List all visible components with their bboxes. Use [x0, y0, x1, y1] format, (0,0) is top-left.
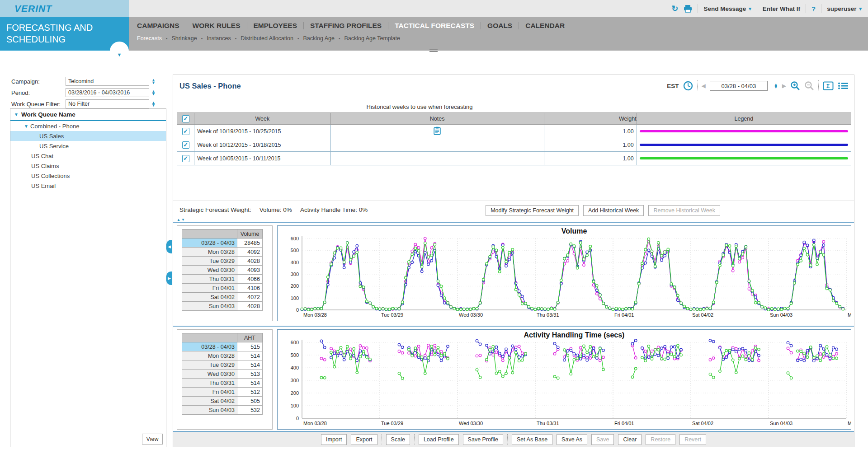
tree-item-us-collections[interactable]: US Collections — [10, 171, 166, 181]
note-icon[interactable] — [434, 126, 441, 135]
subnav-item-backlog-age-template[interactable]: Backlog Age Template — [344, 35, 400, 42]
mini-row-label[interactable]: Thu 03/31 — [182, 379, 237, 388]
column-header-legend: Legend — [637, 113, 851, 125]
expand-right-tab[interactable]: ▶ — [166, 271, 172, 285]
mini-row-value[interactable]: 514 — [237, 379, 263, 388]
nav-item-tactical-forecasts[interactable]: TACTICAL FORECASTS — [388, 22, 481, 30]
mini-row-label[interactable]: Mon 03/28 — [182, 248, 237, 257]
import-button[interactable]: Import — [321, 434, 347, 445]
nav-resize-handle[interactable] — [429, 49, 438, 52]
help-icon[interactable]: ? — [811, 5, 816, 13]
column-header-week: Week — [194, 113, 330, 125]
period-input[interactable] — [66, 88, 149, 97]
mini-row-value[interactable]: 4072 — [237, 293, 263, 302]
totals-sigma-icon[interactable]: Σ — [823, 81, 834, 90]
subnav-item-forecasts[interactable]: Forecasts — [137, 35, 162, 42]
enter-what-if-button[interactable]: Enter What If — [763, 5, 800, 12]
tree-item-us-email[interactable]: US Email — [10, 181, 166, 191]
mini-row-label[interactable]: 03/28 - 04/03 — [182, 342, 237, 351]
field-stepper[interactable]: ▲▼ — [151, 90, 156, 95]
set-as-base-button[interactable]: Set As Base — [512, 434, 552, 445]
row-checkbox[interactable]: ✓ — [182, 141, 189, 149]
splitter[interactable] — [173, 222, 854, 223]
print-icon[interactable] — [684, 5, 692, 13]
mini-row-label[interactable]: Sun 04/03 — [182, 406, 237, 415]
prev-week-arrow-icon[interactable]: ◀ — [702, 83, 706, 89]
sidebar-collapse-toggle[interactable]: ▼ — [110, 42, 129, 61]
select-all-checkbox[interactable]: ✓ — [182, 115, 189, 122]
nav-item-work-rules[interactable]: WORK RULES — [186, 22, 247, 30]
subnav-item-distributed-allocation[interactable]: Distributed Allocation — [241, 35, 293, 42]
nav-item-staffing-profiles[interactable]: STAFFING PROFILES — [304, 22, 388, 30]
subnav-item-instances[interactable]: Instances — [207, 35, 231, 42]
field-stepper[interactable]: ▲▼ — [151, 101, 156, 107]
tree-header[interactable]: ▼ Work Queue Name — [10, 109, 166, 121]
svg-text:500: 500 — [291, 248, 299, 253]
mini-row-label[interactable]: Thu 03/31 — [182, 275, 237, 284]
campaign-input[interactable] — [66, 77, 149, 86]
mini-row-label[interactable]: Wed 03/30 — [182, 370, 237, 379]
mini-row-value[interactable]: 505 — [237, 397, 263, 406]
refresh-icon[interactable]: ↻ — [671, 4, 678, 14]
mini-row-value[interactable]: 514 — [237, 360, 263, 370]
mini-row-label[interactable]: Sat 04/02 — [182, 293, 237, 302]
nav-item-employees[interactable]: EMPLOYEES — [247, 22, 303, 30]
collapse-left-tab[interactable]: ◀ — [166, 240, 172, 253]
list-view-icon[interactable] — [838, 82, 849, 90]
mini-row-label[interactable]: Mon 03/28 — [182, 351, 237, 360]
row-checkbox[interactable]: ✓ — [182, 128, 189, 135]
mini-row-value[interactable]: 28485 — [237, 239, 263, 248]
save-profile-button[interactable]: Save Profile — [463, 434, 503, 445]
zoom-in-icon[interactable] — [790, 81, 800, 91]
user-menu[interactable]: superuser ▾ — [827, 5, 862, 12]
mini-row-label[interactable]: Wed 03/30 — [182, 266, 237, 275]
mini-row-label[interactable]: 03/28 - 04/03 — [182, 239, 237, 248]
nav-item-calendar[interactable]: CALENDAR — [519, 22, 571, 30]
subnav-item-backlog-age[interactable]: Backlog Age — [303, 35, 335, 42]
tree-item-us-sales[interactable]: US Sales — [10, 131, 166, 141]
mini-row-value[interactable]: 512 — [237, 388, 263, 397]
date-range-stepper[interactable]: ▲▼ — [774, 83, 778, 89]
add-historical-week-button[interactable]: Add Historical Week — [583, 205, 644, 216]
field-stepper[interactable]: ▲▼ — [151, 79, 156, 84]
tree-item-us-service[interactable]: US Service — [10, 141, 166, 151]
scale-button[interactable]: Scale — [386, 434, 410, 445]
mini-row-label[interactable]: Sun 04/03 — [182, 302, 237, 311]
mini-row-value[interactable]: 514 — [237, 351, 263, 360]
tree-item-us-claims[interactable]: US Claims — [10, 161, 166, 171]
mini-row-value[interactable]: 4066 — [237, 275, 263, 284]
save-as-button[interactable]: Save As — [557, 434, 587, 445]
mini-row-value[interactable]: 4028 — [237, 257, 263, 266]
splitter[interactable] — [173, 326, 854, 327]
mini-row-value[interactable]: 4092 — [237, 248, 263, 257]
clock-icon[interactable] — [683, 81, 693, 91]
modify-strategic-forecast-weight-button[interactable]: Modify Strategic Forecast Weight — [486, 205, 579, 216]
date-range-input[interactable] — [710, 81, 768, 91]
row-checkbox[interactable]: ✓ — [182, 155, 189, 162]
mini-row-label[interactable]: Sat 04/02 — [182, 397, 237, 406]
mini-row: Wed 03/30513 — [182, 370, 263, 379]
export-button[interactable]: Export — [351, 434, 377, 445]
load-profile-button[interactable]: Load Profile — [419, 434, 459, 445]
nav-item-campaigns[interactable]: CAMPAIGNS — [137, 22, 186, 30]
tree-item-us-chat[interactable]: US Chat — [10, 151, 166, 161]
mini-row-label[interactable]: Fri 04/01 — [182, 388, 237, 397]
workqueuefilter-input[interactable] — [66, 99, 149, 108]
next-week-arrow-icon[interactable]: ▶ — [782, 83, 786, 89]
subnav-item-shrinkage[interactable]: Shrinkage — [171, 35, 197, 42]
send-message-menu[interactable]: Send Message ▾ — [703, 5, 751, 12]
tree-item-combined-phone[interactable]: ▼Combined - Phone — [10, 121, 166, 131]
clear-button[interactable]: Clear — [618, 434, 642, 445]
mini-row-value[interactable]: 532 — [237, 406, 263, 415]
splitter-collapse-handle[interactable]: ▲▼ — [177, 218, 186, 222]
nav-item-goals[interactable]: GOALS — [481, 22, 519, 30]
mini-row-value[interactable]: 513 — [237, 370, 263, 379]
mini-row-value[interactable]: 4106 — [237, 284, 263, 293]
mini-row-label[interactable]: Fri 04/01 — [182, 284, 237, 293]
mini-row-value[interactable]: 515 — [237, 342, 263, 351]
mini-row-label[interactable]: Tue 03/29 — [182, 360, 237, 370]
mini-row-value[interactable]: 4028 — [237, 302, 263, 311]
mini-row-value[interactable]: 4093 — [237, 266, 263, 275]
mini-row-label[interactable]: Tue 03/29 — [182, 257, 237, 266]
view-button[interactable]: View — [142, 434, 163, 445]
